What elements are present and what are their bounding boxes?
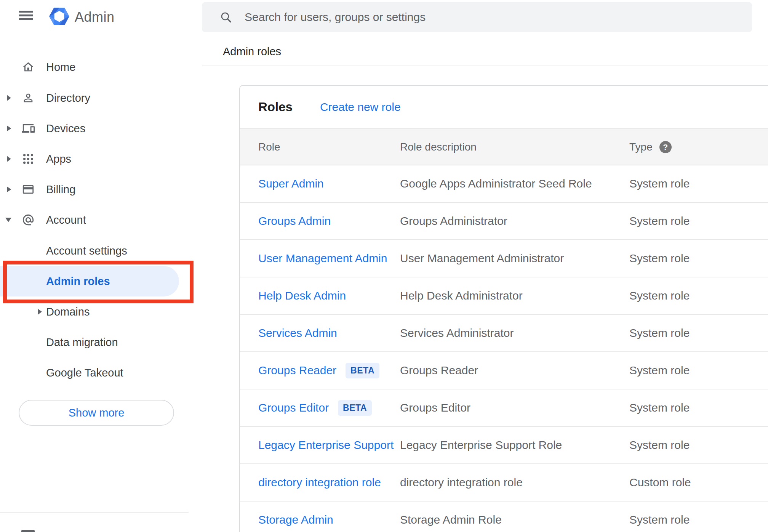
- help-icon[interactable]: ?: [659, 141, 672, 153]
- role-link[interactable]: Services Admin: [258, 327, 337, 340]
- role-type: System role: [629, 215, 768, 228]
- role-description: User Management Administrator: [400, 252, 629, 265]
- role-link[interactable]: Groups Reader: [258, 364, 336, 377]
- sidebar-item-billing[interactable]: Billing: [0, 174, 195, 205]
- sidebar-item-label: Directory: [46, 92, 90, 104]
- create-new-role-link[interactable]: Create new role: [320, 101, 401, 114]
- role-link[interactable]: Storage Admin: [258, 513, 333, 526]
- sidebar-item-label: Domains: [46, 306, 90, 318]
- role-type: System role: [629, 513, 768, 526]
- role-type: System role: [629, 364, 768, 377]
- header-divider: [202, 66, 768, 66]
- google-admin-logo-icon: [48, 6, 70, 27]
- table-row: Storage Admin Storage Admin Role System …: [240, 502, 768, 532]
- beta-badge: BETA: [338, 400, 372, 416]
- table-row: Groups Editor BETA Groups Editor System …: [240, 389, 768, 427]
- table-row: Groups Reader BETA Groups Reader System …: [240, 352, 768, 389]
- role-type: Custom role: [629, 476, 768, 489]
- expand-arrow-icon[interactable]: [7, 125, 11, 131]
- role-description: Groups Administrator: [400, 215, 629, 228]
- column-header-type: Type ?: [629, 141, 768, 153]
- table-row: Legacy Enterprise Support Legacy Enterpr…: [240, 427, 768, 464]
- sidebar-item-label: Account settings: [46, 245, 127, 257]
- sidebar-item-directory[interactable]: Directory: [0, 83, 195, 113]
- expand-arrow-icon[interactable]: [7, 186, 11, 192]
- role-description: Storage Admin Role: [400, 513, 629, 526]
- table-row: Groups Admin Groups Administrator System…: [240, 203, 768, 240]
- sidebar-item-admin-roles[interactable]: Admin roles: [0, 266, 195, 296]
- column-header-role: Role: [258, 141, 400, 153]
- sidebar: Admin Home Directory: [0, 0, 195, 532]
- role-link[interactable]: Help Desk Admin: [258, 289, 346, 302]
- role-description: Groups Editor: [400, 401, 629, 414]
- menu-icon[interactable]: [19, 11, 33, 21]
- roles-card: Roles Create new role Role Role descript…: [239, 85, 768, 532]
- person-icon: [22, 91, 35, 104]
- sidebar-item-label: Admin roles: [46, 275, 110, 288]
- role-type: System role: [629, 177, 768, 190]
- sidebar-item-label: Apps: [46, 153, 71, 165]
- app-title: Admin: [75, 9, 115, 25]
- table-row: directory integration role directory int…: [240, 464, 768, 502]
- collapse-arrow-icon[interactable]: [5, 218, 11, 222]
- table-row: Help Desk Admin Help Desk Administrator …: [240, 277, 768, 315]
- show-more-button[interactable]: Show more: [19, 400, 174, 426]
- sidebar-item-data-migration[interactable]: Data migration: [0, 327, 195, 357]
- sidebar-item-label: Home: [46, 61, 75, 74]
- role-type: System role: [629, 401, 768, 414]
- role-link[interactable]: Groups Editor: [258, 401, 329, 414]
- role-link[interactable]: User Management Admin: [258, 252, 387, 265]
- credit-card-icon: [22, 183, 35, 196]
- table-row: User Management Admin User Management Ad…: [240, 240, 768, 277]
- search-icon: [219, 11, 232, 24]
- role-description: Groups Reader: [400, 364, 629, 377]
- sidebar-item-account[interactable]: Account: [0, 205, 195, 235]
- sidebar-item-google-takeout[interactable]: Google Takeout: [0, 357, 195, 388]
- sidebar-item-label: Billing: [46, 183, 75, 196]
- role-link[interactable]: directory integration role: [258, 476, 381, 489]
- sidebar-item-domains[interactable]: Domains: [0, 296, 195, 327]
- at-sign-icon: [22, 213, 35, 226]
- sidebar-item-devices[interactable]: Devices: [0, 113, 195, 144]
- role-description: Legacy Enterprise Support Role: [400, 439, 629, 452]
- role-link[interactable]: Super Admin: [258, 177, 324, 190]
- sidebar-item-apps[interactable]: Apps: [0, 144, 195, 174]
- expand-arrow-icon[interactable]: [38, 309, 42, 315]
- sidebar-item-label: Data migration: [46, 336, 118, 349]
- role-type: System role: [629, 252, 768, 265]
- role-description: Help Desk Administrator: [400, 289, 629, 302]
- clipped-sidebar-icon: [21, 530, 35, 532]
- devices-icon: [22, 122, 35, 135]
- expand-arrow-icon[interactable]: [7, 95, 11, 101]
- role-link[interactable]: Legacy Enterprise Support: [258, 439, 394, 452]
- role-link[interactable]: Groups Admin: [258, 215, 331, 228]
- role-description: Services Administrator: [400, 327, 629, 340]
- table-header-row: Role Role description Type ?: [240, 128, 768, 165]
- table-row: Super Admin Google Apps Administrator Se…: [240, 165, 768, 203]
- search-input[interactable]: [245, 11, 752, 24]
- roles-card-header: Roles Create new role: [240, 86, 768, 128]
- role-type: System role: [629, 289, 768, 302]
- breadcrumb: Admin roles: [223, 45, 281, 58]
- card-title: Roles: [258, 100, 293, 114]
- sidebar-item-home[interactable]: Home: [0, 52, 195, 82]
- sidebar-divider: [0, 512, 189, 513]
- google-admin-console: Admin Home Directory: [0, 0, 768, 532]
- table-row: Services Admin Services Administrator Sy…: [240, 315, 768, 352]
- role-description: directory integration role: [400, 476, 629, 489]
- home-icon: [22, 61, 35, 74]
- beta-badge: BETA: [346, 363, 379, 378]
- role-type: System role: [629, 327, 768, 340]
- role-description: Google Apps Administrator Seed Role: [400, 177, 629, 190]
- sidebar-item-label: Google Takeout: [46, 367, 123, 379]
- sidebar-item-account-settings[interactable]: Account settings: [0, 236, 195, 266]
- expand-arrow-icon[interactable]: [7, 156, 11, 162]
- role-type: System role: [629, 439, 768, 452]
- apps-grid-icon: [22, 152, 35, 165]
- sidebar-item-label: Account: [46, 214, 86, 226]
- search-bar[interactable]: [202, 2, 752, 32]
- column-header-role-description: Role description: [400, 141, 629, 153]
- sidebar-item-label: Devices: [46, 122, 85, 135]
